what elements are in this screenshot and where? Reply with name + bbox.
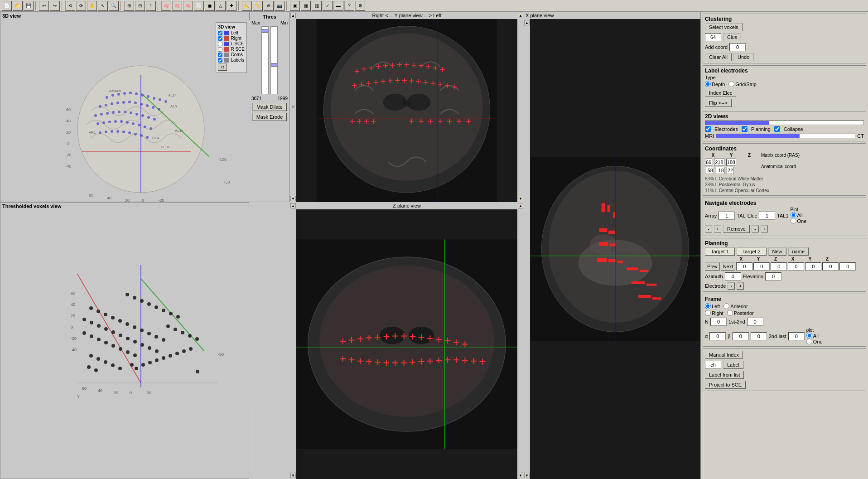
toolbar-btn-b6[interactable]: △ (216, 1, 226, 11)
stepper-plus1[interactable]: + (714, 225, 721, 232)
toolbar-btn-help[interactable]: ? (344, 1, 354, 11)
project-sce-btn[interactable]: Project to SCE (705, 381, 746, 389)
label-btn[interactable]: Label (723, 361, 743, 369)
depth-radio[interactable] (705, 81, 711, 87)
label-from-list-btn[interactable]: Label from list (705, 371, 744, 379)
name-btn[interactable]: name (788, 247, 809, 256)
toolbar-btn-box1[interactable]: ▣ (290, 1, 300, 11)
elevation-input[interactable] (765, 272, 781, 281)
toolbar-btn-check[interactable]: ✓ (323, 1, 333, 11)
secondlast-input[interactable] (788, 332, 805, 340)
toolbar-btn-settings[interactable]: ⚙ (355, 1, 365, 11)
manual-index-btn[interactable]: Manual Index (705, 351, 743, 359)
legend-lsce-check[interactable] (218, 42, 222, 46)
stepper-minus2[interactable]: - (752, 225, 759, 232)
thresh-canvas[interactable]: 60 40 20 0 -20 -40 60 40 20 0 -20 -50 y (0, 211, 250, 401)
firstlast-input[interactable] (747, 318, 763, 326)
legend-labels-check[interactable] (218, 58, 222, 63)
stepper-minus1[interactable]: - (705, 225, 712, 232)
toolbar-btn-rotate1[interactable]: ⟲ (65, 1, 75, 11)
elec-input[interactable] (759, 212, 775, 220)
target2-btn[interactable]: Target 2 (737, 247, 767, 256)
toolbar-btn-measure2[interactable]: 📏 (253, 1, 263, 11)
toolbar-btn-b3[interactable]: 🧠 (183, 1, 193, 11)
mask-dilate-btn[interactable]: Mask Dilate (252, 103, 287, 111)
clear-all-btn[interactable]: Clear All (705, 53, 732, 61)
collapse-check[interactable] (774, 126, 780, 132)
toolbar-btn-rotate2[interactable]: ⟳ (76, 1, 86, 11)
array-input[interactable] (719, 212, 735, 220)
toolbar-btn-select[interactable]: ↖ (98, 1, 108, 11)
toolbar-btn-grid[interactable]: ⊞ (124, 1, 134, 11)
ch-input[interactable] (705, 361, 721, 369)
frame-posterior-radio[interactable] (727, 310, 733, 316)
elec-minus-btn[interactable]: - (728, 282, 735, 290)
flip-btn[interactable]: Flip <--> (705, 99, 732, 107)
legend-corns-check[interactable] (218, 53, 222, 57)
z-nav-down2[interactable]: ▼ (518, 473, 523, 478)
legend-left-check[interactable] (218, 31, 222, 35)
azimuth-input[interactable] (725, 272, 741, 281)
prev-btn[interactable]: Prev (705, 262, 720, 271)
plot2-one-radio[interactable] (806, 339, 812, 344)
z-nav-down[interactable]: ▼ (290, 473, 296, 478)
target1-btn[interactable]: Target 1 (705, 247, 735, 256)
toolbar-btn-1[interactable]: 📄 (2, 1, 12, 11)
add-coord-input[interactable]: 0 (729, 43, 746, 51)
toolbar-btn-grid2[interactable]: ⊟ (135, 1, 145, 11)
slider-min[interactable] (270, 26, 278, 94)
frame-anterior-radio[interactable] (723, 303, 729, 309)
xyz-z1-input[interactable] (771, 262, 787, 271)
legend-right-check[interactable] (218, 36, 222, 41)
frame-right-radio[interactable] (705, 310, 711, 316)
xyz-y2-input[interactable] (805, 262, 821, 271)
remove-btn[interactable]: Remove (723, 225, 750, 233)
toolbar-btn-undo[interactable]: ↩ (39, 1, 49, 11)
legend-rsce-check[interactable] (218, 47, 222, 52)
toolbar-btn-3[interactable]: 💾 (24, 1, 34, 11)
toolbar-btn-measure1[interactable]: 📐 (242, 1, 252, 11)
slider-max-thumb[interactable] (262, 29, 268, 33)
alpha-input[interactable] (709, 332, 726, 340)
legend-r-btn[interactable]: R (218, 63, 227, 71)
planning-counter[interactable] (839, 262, 856, 271)
toolbar-btn-b5[interactable]: ◼ (205, 1, 215, 11)
frame-left-radio[interactable] (705, 303, 711, 309)
undo-btn[interactable]: Undo (733, 53, 753, 61)
xyz-x2-input[interactable] (788, 262, 804, 271)
toolbar-btn-box2[interactable]: ▦ (301, 1, 311, 11)
brain-3d-canvas[interactable]: 60 40 20 0 -20 -40 60 40 20 0 -20 -100 -… (0, 20, 250, 202)
toolbar-btn-b2[interactable]: 🧠 (172, 1, 182, 11)
y-nav-down[interactable]: ▼ (290, 196, 296, 201)
toolbar-btn-2[interactable]: 📂 (13, 1, 23, 11)
toolbar-btn-expand[interactable]: ⊕ (264, 1, 274, 11)
toolbar-btn-num[interactable]: 1 (146, 1, 156, 11)
gamma-input[interactable] (751, 332, 767, 340)
plot-one-radio[interactable] (791, 218, 796, 224)
clustering-input1[interactable]: 64 (705, 33, 721, 41)
xyz-z2-input[interactable] (822, 262, 839, 271)
toolbar-btn-b7[interactable]: ✚ (227, 1, 236, 11)
toolbar-btn-bar[interactable]: ▬ (333, 1, 343, 11)
beta-input[interactable] (733, 332, 749, 340)
slider-max[interactable] (261, 26, 269, 94)
planning-check[interactable] (742, 126, 747, 132)
toolbar-btn-redo[interactable]: ↪ (50, 1, 60, 11)
x-plane-view[interactable] (530, 19, 700, 479)
select-voxels-btn[interactable]: Select voxels (705, 23, 743, 31)
y-nav-up[interactable]: ▲ (290, 13, 296, 18)
toolbar-btn-pan[interactable]: ✋ (87, 1, 97, 11)
next-btn[interactable]: Next (721, 262, 736, 271)
y-nav-down2[interactable]: ▼ (518, 196, 523, 201)
xyz-y1-input[interactable] (753, 262, 770, 271)
slider-min-thumb[interactable] (271, 63, 277, 67)
xyz-x1-input[interactable] (736, 262, 752, 271)
toolbar-btn-b1[interactable]: 🧠 (161, 1, 171, 11)
z-plane-view[interactable] (296, 209, 517, 479)
index-elec-btn[interactable]: Index Elec (705, 89, 736, 97)
plot2-all-radio[interactable] (806, 333, 812, 339)
toolbar-btn-screenshot[interactable]: 📷 (275, 1, 285, 11)
y-nav-up2[interactable]: ▲ (518, 13, 523, 18)
toolbar-btn-zoom[interactable]: 🔍 (109, 1, 119, 11)
toolbar-btn-b4[interactable]: ⬜ (194, 1, 204, 11)
